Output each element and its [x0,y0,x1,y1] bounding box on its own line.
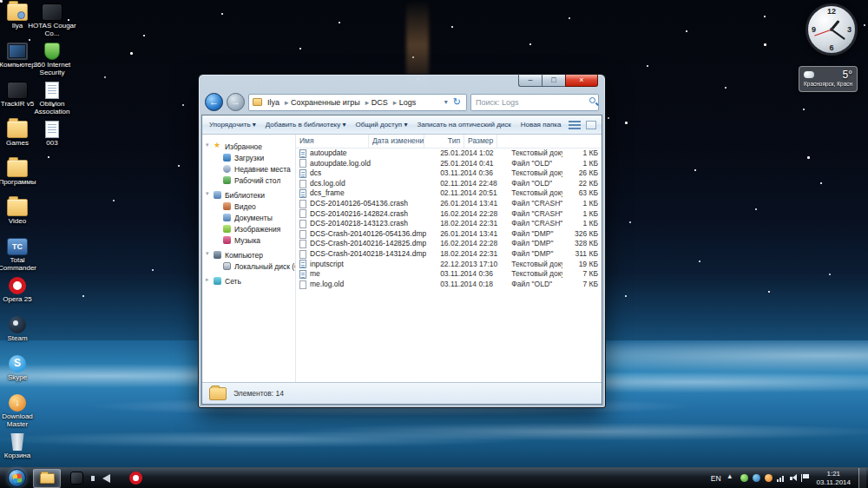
desktop-icon-label: Total Commander [0,257,42,273]
address-history-dropdown-icon[interactable] [442,98,450,106]
sidebar-item[interactable]: Рабочий стол [202,175,295,186]
desktop-icon[interactable]: HOTAS Cougar Co... [35,3,69,43]
table-row[interactable]: DCS-Crash-20140126-054136.dmp 26.01.2014… [296,229,602,240]
address-bar[interactable]: IlyaСохраненные игрыDCSLogs [248,94,467,111]
sidebar-item[interactable]: Избранное [202,141,295,152]
toolbar-button[interactable]: Записать на оптический диск [415,119,512,130]
breadcrumb-segment[interactable]: Ilya [265,96,282,109]
search-input[interactable] [470,94,599,111]
table-row[interactable]: me.log.old 03.11.2014 0:18 Файл "OLD" 7 … [296,280,602,290]
table-row[interactable]: DCS-Crash-20140216-142825.dmp 16.02.2014… [296,239,602,249]
minimize-button[interactable] [518,74,542,87]
table-row[interactable]: inputscript 22.12.2013 17:10 Текстовый д… [296,260,602,270]
desktop-icon[interactable]: Steam [0,316,35,355]
desktop-icon-label: Download Master [0,413,42,429]
sidebar-item[interactable]: Музыка [202,234,295,246]
clock-gadget[interactable]: 12 3 6 9 [806,3,858,56]
sidebar-item[interactable]: Библиотеки [202,189,295,201]
file-type: Текстовый докум... [508,148,562,159]
taskbar-app-button[interactable] [92,469,120,488]
desktop-icon-glyph [9,394,26,412]
tray-icon[interactable] [740,474,748,482]
close-button[interactable] [565,74,598,87]
sidebar-item[interactable]: Сеть [202,275,295,287]
change-view-icon[interactable] [569,121,581,129]
column-header[interactable]: Тип [424,135,464,148]
taskbar-clock[interactable]: 1:21 03.11.2014 [817,470,851,487]
tray-icon[interactable] [777,474,785,482]
toolbar-button[interactable]: Общий доступ ▾ [353,119,409,130]
column-header[interactable]: Имя [296,135,369,148]
table-row[interactable]: autoupdate 25.01.2014 1:02 Текстовый док… [296,148,602,159]
table-row[interactable]: dcs 03.11.2014 0:36 Текстовый докум... 2… [296,168,602,179]
sidebar-item-icon [223,165,231,173]
tray-icon[interactable] [789,474,797,482]
column-header[interactable]: Дата изменения [369,135,424,148]
desktop-icon[interactable]: 003 [35,121,69,160]
clock-numeral: 6 [829,43,833,52]
breadcrumb-segment[interactable]: Logs [391,96,419,109]
language-indicator[interactable]: EN [709,474,723,483]
file-size: 1 КБ [562,219,602,229]
toolbar-button[interactable]: Упорядочить ▾ [207,119,258,130]
file-type-icon [299,240,306,248]
title-bar[interactable] [199,75,605,91]
table-row[interactable]: dcs_frame 02.11.2014 20:51 Текстовый док… [296,188,602,199]
tray-icon[interactable] [765,474,773,482]
weather-gadget[interactable]: 5° Красноярск, Красн... [799,66,858,92]
desktop-icon[interactable]: Opera 25 [0,277,35,316]
sidebar-item[interactable]: Видео [202,201,295,212]
breadcrumb: IlyaСохраненные игрыDCSLogs [265,96,418,109]
column-header[interactable]: Размер [464,135,497,148]
desktop-icon[interactable]: Oblivion Association [35,82,69,121]
table-row[interactable]: DCS-20140216-142824.crash 16.02.2014 22:… [296,209,602,220]
file-name: DCS-Crash-20140126-054136.dmp [310,229,426,240]
sidebar-item-icon [223,262,231,270]
sidebar-item-label: Библиотеки [225,191,265,200]
toolbar-button[interactable]: Добавить в библиотеку ▾ [264,119,348,130]
table-row[interactable]: DCS-20140218-143123.crash 18.02.2014 22:… [296,219,602,229]
sidebar-item-icon [223,154,231,162]
taskbar-app-button[interactable] [33,469,61,488]
taskbar-app-button[interactable] [122,469,149,488]
table-row[interactable]: autoupdate.log.old 25.01.2014 0:41 Файл … [296,159,602,169]
tray-icon[interactable] [728,474,736,482]
tray-icon[interactable] [753,474,760,482]
file-name: me [310,269,320,280]
table-row[interactable]: me 03.11.2014 0:36 Текстовый докум... 7 … [296,269,602,280]
breadcrumb-segment[interactable]: DCS [363,96,391,109]
table-row[interactable]: DCS-20140126-054136.crash 26.01.2014 13:… [296,199,602,209]
sidebar-item[interactable]: Недавние места [202,163,295,175]
sidebar-item[interactable]: Документы [202,212,295,223]
search-box [470,93,599,111]
maximize-button[interactable] [542,74,565,87]
details-pane: Элементов: 14 [202,382,602,404]
sidebar-item[interactable]: Загрузки [202,152,295,163]
sidebar-item[interactable]: Компьютер [202,249,295,260]
desktop-icon[interactable]: Total Commander [0,238,35,277]
desktop-icon[interactable]: Video [0,199,35,238]
table-row[interactable]: dcs.log.old 02.11.2014 22:48 Файл "OLD" … [296,179,602,189]
desktop-icon-label: Steam [0,335,42,343]
file-type-icon [299,169,306,178]
sidebar-item[interactable]: Изображения [202,223,295,234]
toolbar-button[interactable]: Новая папка [519,119,563,130]
refresh-icon[interactable] [450,96,464,108]
file-date: 03.11.2014 0:36 [437,269,508,280]
desktop-icon[interactable]: Программы [0,160,35,199]
preview-pane-icon[interactable] [586,121,596,129]
back-button[interactable] [205,93,223,111]
forward-button[interactable] [227,93,245,111]
help-icon[interactable] [602,119,602,130]
desktop-icon[interactable]: Skype [0,355,35,394]
desktop-icon[interactable]: Download Master [0,394,35,433]
taskbar-app-button[interactable] [62,469,90,488]
breadcrumb-segment[interactable]: Сохраненные игры [282,96,363,109]
show-desktop-button[interactable] [858,468,866,488]
table-row[interactable]: DCS-Crash-20140218-143124.dmp 18.02.2014… [296,249,602,260]
start-button[interactable] [8,469,26,487]
desktop-icon[interactable]: 360 Internet Security [35,43,69,82]
tray-icon[interactable] [801,474,809,482]
sidebar-item[interactable]: Локальный диск (C: [202,260,295,272]
taskbar-time: 1:21 [817,470,851,478]
